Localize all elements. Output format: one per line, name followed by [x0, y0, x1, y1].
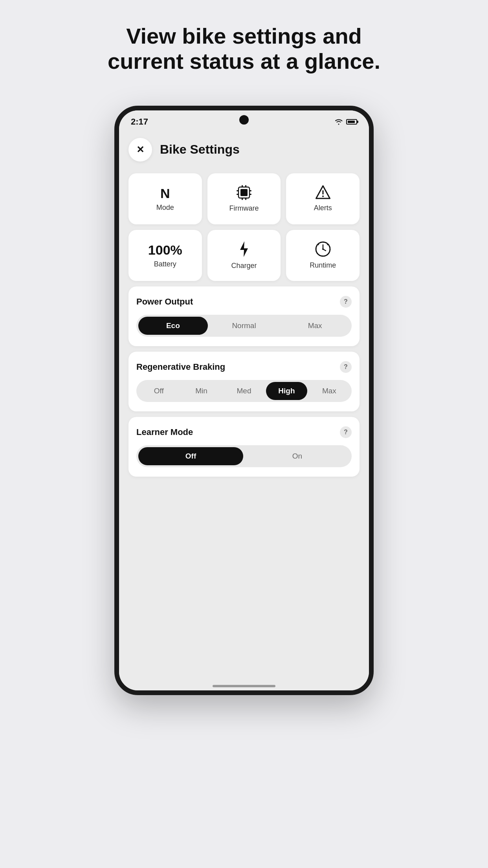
svg-rect-5: [245, 198, 246, 200]
screen-content: ✕ Bike Settings N Mode: [119, 130, 369, 680]
app-header: ✕ Bike Settings: [128, 138, 360, 161]
mode-label: Mode: [156, 204, 174, 212]
power-max-option[interactable]: Max: [280, 317, 350, 335]
svg-point-11: [322, 196, 324, 197]
svg-rect-1: [240, 189, 248, 196]
tiles-row-2: 100% Battery Charger: [128, 230, 360, 281]
regen-braking-toggle: Off Min Med High Max: [136, 380, 352, 402]
regen-max-option[interactable]: Max: [309, 382, 350, 400]
camera-notch: [239, 115, 249, 125]
close-button[interactable]: ✕: [128, 138, 152, 161]
regen-high-option[interactable]: High: [266, 382, 307, 400]
regen-braking-help[interactable]: ?: [340, 361, 352, 373]
power-normal-option[interactable]: Normal: [209, 317, 279, 335]
regen-braking-header: Regenerative Braking ?: [136, 361, 352, 373]
runtime-icon: [315, 241, 331, 257]
power-output-header: Power Output ?: [136, 296, 352, 308]
battery-tile[interactable]: 100% Battery: [128, 230, 202, 281]
page-wrapper: View bike settings and current status at…: [0, 24, 488, 695]
power-output-toggle: Eco Normal Max: [136, 315, 352, 337]
power-output-title: Power Output: [136, 297, 193, 307]
regen-off-option[interactable]: Off: [138, 382, 179, 400]
firmware-icon: [236, 185, 252, 200]
svg-rect-6: [237, 190, 238, 191]
home-indicator: [119, 680, 369, 690]
charger-tile[interactable]: Charger: [207, 230, 281, 281]
wifi-icon: [334, 119, 343, 125]
runtime-label: Runtime: [310, 261, 336, 270]
regen-braking-section: Regenerative Braking ? Off Min Med High …: [128, 352, 360, 411]
charger-label: Charger: [231, 262, 257, 270]
svg-rect-3: [245, 185, 246, 187]
alerts-label: Alerts: [314, 204, 332, 212]
svg-rect-8: [250, 190, 251, 191]
svg-rect-4: [242, 198, 243, 200]
firmware-label: Firmware: [229, 204, 259, 213]
status-icons: [334, 119, 357, 125]
phone-frame: 2:17 ✕ Bike Settings: [114, 106, 374, 695]
page-headline: View bike settings and current status at…: [106, 24, 382, 74]
battery-label: Battery: [154, 260, 176, 268]
regen-braking-title: Regenerative Braking: [136, 362, 225, 372]
charger-icon: [238, 240, 250, 258]
learner-mode-toggle: Off On: [136, 445, 352, 467]
home-bar: [213, 685, 275, 687]
alerts-icon: [315, 185, 331, 200]
status-time: 2:17: [131, 117, 148, 127]
runtime-tile[interactable]: Runtime: [286, 230, 360, 281]
power-output-help[interactable]: ?: [340, 296, 352, 308]
tiles-row-1: N Mode Fi: [128, 173, 360, 224]
learner-mode-header: Learner Mode ?: [136, 426, 352, 438]
svg-rect-7: [237, 194, 238, 195]
learner-mode-section: Learner Mode ? Off On: [128, 417, 360, 477]
status-bar: 2:17: [119, 110, 369, 130]
learner-mode-help[interactable]: ?: [340, 426, 352, 438]
power-eco-option[interactable]: Eco: [138, 317, 208, 335]
battery-value: 100%: [148, 242, 182, 258]
alerts-tile[interactable]: Alerts: [286, 173, 360, 224]
battery-status-icon: [346, 119, 357, 125]
svg-rect-10: [322, 190, 323, 195]
regen-med-option[interactable]: Med: [224, 382, 264, 400]
page-title: Bike Settings: [160, 142, 240, 157]
mode-icon: N: [160, 186, 170, 201]
svg-rect-9: [250, 194, 251, 195]
regen-min-option[interactable]: Min: [181, 382, 222, 400]
svg-rect-2: [242, 185, 243, 187]
learner-off-option[interactable]: Off: [138, 447, 243, 465]
learner-on-option[interactable]: On: [245, 447, 350, 465]
svg-point-17: [322, 248, 324, 250]
mode-tile[interactable]: N Mode: [128, 173, 202, 224]
learner-mode-title: Learner Mode: [136, 427, 193, 437]
power-output-section: Power Output ? Eco Normal Max: [128, 286, 360, 346]
firmware-tile[interactable]: Firmware: [207, 173, 281, 224]
